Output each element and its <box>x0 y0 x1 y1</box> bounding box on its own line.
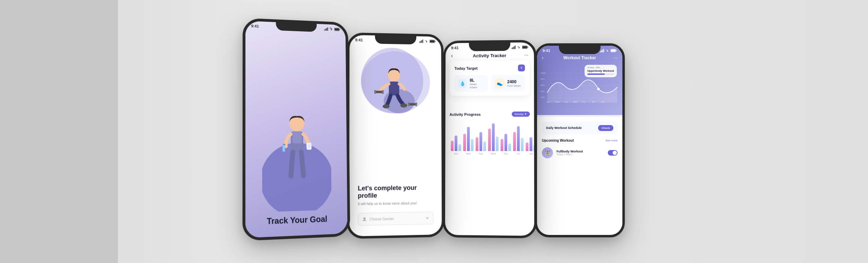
phone2-time: 9:41 <box>355 38 363 42</box>
phone4-menu-button[interactable]: ··· <box>613 55 618 60</box>
bar-thu-purple <box>504 133 507 151</box>
phone4-header-bg: 9:41 <box>537 46 622 115</box>
svg-rect-16 <box>422 40 422 43</box>
bar-sat-pink <box>526 142 528 151</box>
water-icon: 💧 <box>458 78 467 88</box>
svg-text:80%: 80% <box>541 78 545 80</box>
svg-rect-31 <box>409 103 416 105</box>
bar-fri-blue <box>521 138 524 151</box>
wifi-icon-3 <box>517 45 521 49</box>
svg-rect-15 <box>420 41 421 43</box>
bar-thu-blue <box>508 143 511 151</box>
bar-fri-purple <box>517 126 520 151</box>
phone3-header-title: Activity Tracker <box>445 53 534 59</box>
water-intake-item: 💧 8L Water Intake <box>454 75 488 91</box>
svg-text:40%: 40% <box>541 90 545 92</box>
phone3-menu-button[interactable]: ··· <box>524 52 528 58</box>
svg-rect-6 <box>335 28 339 30</box>
svg-text:Thu: Thu <box>582 101 586 103</box>
day-label-sun: Sun <box>454 152 458 155</box>
exercise-figure-2 <box>357 44 433 120</box>
progress-header: Activity Progress Weekly ▼ <box>450 111 530 117</box>
svg-text:Mon: Mon <box>555 101 559 103</box>
phones-container: 9:41 <box>243 19 625 244</box>
phone2-title: Let's complete your profile <box>358 184 433 200</box>
phone4-header-title: Workout Tracker <box>537 55 622 60</box>
svg-rect-28 <box>382 90 384 94</box>
see-more-link[interactable]: See more <box>605 139 618 142</box>
bar-fri-pink <box>513 132 516 151</box>
signal-icon-2 <box>419 39 424 43</box>
chart-day-mon: Mon <box>463 127 474 155</box>
bar-sun-blue <box>458 144 461 151</box>
svg-text:100%: 100% <box>541 72 546 74</box>
phone4-status-icons <box>600 49 617 52</box>
schedule-label: Daily Workout Schedule <box>546 126 582 130</box>
svg-text:20%: 20% <box>541 96 545 98</box>
svg-rect-42 <box>600 51 601 52</box>
workout-time: Today, 5:00pm <box>556 153 583 156</box>
mini-progress-fill <box>587 73 605 75</box>
bar-mon-blue <box>471 139 474 151</box>
weekly-filter-button[interactable]: Weekly ▼ <box>512 111 530 116</box>
phone1-time: 9:41 <box>251 24 259 28</box>
wifi-icon-4 <box>605 49 610 52</box>
day-label-fri: Fri <box>517 152 520 155</box>
person-icon <box>362 217 366 221</box>
steps-label: Foot Steps <box>507 84 521 87</box>
svg-point-59 <box>597 88 599 90</box>
phone-2-screen: 9:41 <box>349 35 442 236</box>
svg-rect-19 <box>435 41 435 42</box>
steps-icon: 👟 <box>495 78 504 88</box>
phone1-status-icons <box>324 27 340 31</box>
bar-thu-pink <box>501 139 503 151</box>
phone3-time: 9:41 <box>451 46 459 50</box>
chart-day-tue: Tue <box>476 132 486 155</box>
phone-2-profile: 9:41 <box>347 32 444 239</box>
target-title: Today Target <box>454 66 478 70</box>
bar-tue-purple <box>479 132 482 151</box>
day-label-mon: Mon <box>466 152 471 155</box>
schedule-row: Daily Workout Schedule Check <box>542 122 618 134</box>
mini-workout-card: 30 May · 80% Upperbody Workout <box>585 65 617 77</box>
workout-icon: 🏋️ <box>542 147 553 158</box>
check-button[interactable]: Check <box>598 125 613 131</box>
progress-title: Activity Progress <box>450 112 481 116</box>
svg-rect-14 <box>419 41 420 43</box>
svg-rect-48 <box>611 50 615 52</box>
steps-item: 👟 2400 Foot Steps <box>491 74 525 91</box>
battery-icon-4 <box>611 49 617 52</box>
phone2-gender-input[interactable]: Choose Gender <box>358 212 433 226</box>
signal-icon-3 <box>512 45 516 49</box>
bar-tue-pink <box>476 137 478 151</box>
svg-rect-17 <box>423 39 423 43</box>
phone-3-screen: 9:41 <box>445 42 534 236</box>
steps-info: 2400 Foot Steps <box>507 79 521 87</box>
svg-point-7 <box>262 142 331 212</box>
svg-rect-43 <box>601 50 602 52</box>
day-label-tue: Tue <box>479 152 483 155</box>
svg-point-34 <box>364 217 366 219</box>
workout-item-fullbody: 🏋️ Fullbody Workout Today, 5:00pm <box>542 145 618 160</box>
svg-rect-10 <box>292 131 302 143</box>
phone2-status-icons <box>419 39 436 43</box>
phone2-subtitle: It will help us to know more about you! <box>358 201 433 206</box>
upcoming-title: Upcoming Workout <box>542 139 574 142</box>
svg-text:Tue: Tue <box>564 101 568 103</box>
workout-toggle[interactable] <box>608 150 618 156</box>
battery-icon-3 <box>522 45 528 49</box>
target-add-button[interactable]: + <box>518 64 525 71</box>
svg-rect-38 <box>515 45 516 49</box>
svg-rect-2 <box>326 28 327 30</box>
fitness-figure-1 <box>262 103 331 212</box>
chart-day-sat: Sat <box>526 137 534 155</box>
signal-icon-4 <box>600 49 604 52</box>
phone-3-activity: 9:41 <box>443 40 537 238</box>
steps-value: 2400 <box>507 79 521 84</box>
bar-wed-pink <box>488 129 491 151</box>
svg-rect-36 <box>513 47 513 49</box>
svg-rect-32 <box>408 102 410 106</box>
wifi-icon <box>329 27 333 31</box>
svg-text:Sun: Sun <box>547 101 550 103</box>
bar-sat-blue <box>534 145 534 151</box>
